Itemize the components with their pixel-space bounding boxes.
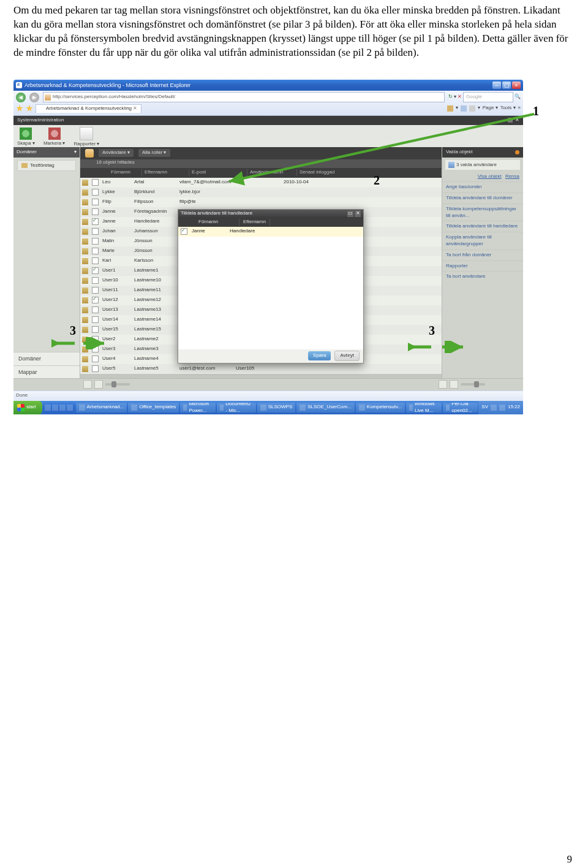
- dialog-row[interactable]: Janne Handledare: [178, 227, 363, 237]
- dialog-checkbox[interactable]: [181, 228, 187, 235]
- action-link[interactable]: Tilldela användare till handledare: [442, 221, 523, 232]
- row-checkbox[interactable]: [92, 208, 99, 215]
- row-checkbox[interactable]: [92, 287, 99, 294]
- svg-line-0: [229, 114, 534, 181]
- row-checkbox[interactable]: [92, 228, 99, 235]
- start-button[interactable]: start: [13, 401, 42, 414]
- arrow-1: [223, 89, 541, 188]
- browser-tab[interactable]: Arbetsmarknad & Kompetensutveckling ✕: [36, 104, 141, 113]
- paragraph: Om du med pekaren tar tag mellan stora v…: [13, 4, 575, 60]
- maximize-button[interactable]: ▢: [502, 82, 511, 89]
- action-link[interactable]: Tilldela användare till domäner: [442, 192, 523, 204]
- close-button[interactable]: ×: [512, 82, 521, 89]
- remove-button[interactable]: Markera ▾: [43, 128, 66, 147]
- user-icon: [82, 268, 88, 274]
- taskbar-item[interactable]: Arbetsmarknad...: [76, 403, 127, 413]
- minimize-button[interactable]: –: [492, 82, 501, 89]
- row-checkbox[interactable]: [92, 306, 99, 313]
- taskbar-item[interactable]: SLSOE_UserCom...: [296, 403, 355, 413]
- cell-fn: User10: [100, 277, 132, 284]
- cancel-button[interactable]: Avbryt: [334, 351, 360, 361]
- user-icon: [82, 258, 88, 264]
- row-checkbox[interactable]: [92, 199, 99, 205]
- ql-icon[interactable]: [52, 405, 58, 411]
- tab-icon: [40, 106, 45, 111]
- taskbar-item[interactable]: Document2 - Mic...: [217, 403, 256, 413]
- ql-icon[interactable]: [59, 405, 66, 411]
- back-button[interactable]: ◄: [16, 93, 26, 102]
- row-checkbox[interactable]: [92, 277, 99, 284]
- row-checkbox[interactable]: [92, 189, 99, 196]
- dialog-close-icon[interactable]: ✕: [355, 211, 361, 217]
- zoom-slider-center[interactable]: [105, 383, 130, 386]
- taskbar-item[interactable]: Office_templates: [128, 403, 179, 413]
- action-link[interactable]: Rapporter: [442, 261, 523, 272]
- taskbar-item[interactable]: SLSOWPS: [257, 403, 296, 413]
- row-checkbox[interactable]: [92, 267, 99, 274]
- table-row[interactable]: FilipFilipssonfilip@te: [80, 197, 442, 207]
- action-link[interactable]: Ta bort användare: [442, 271, 523, 282]
- row-checkbox[interactable]: [92, 365, 99, 372]
- cell-fn: User12: [100, 297, 132, 303]
- cell-en: Lastname2: [132, 336, 178, 343]
- grid-icon[interactable]: [83, 380, 92, 389]
- action-link[interactable]: Ta bort från domäner: [442, 249, 523, 261]
- cell-en: Handledare: [132, 218, 178, 225]
- grid-icon-2[interactable]: [94, 380, 103, 389]
- taskbar-item[interactable]: Microsoft Power...: [180, 403, 215, 413]
- table-row[interactable]: User5Lastname5user1@test.comUser105: [80, 364, 442, 374]
- cell-fn: Lykke: [100, 189, 132, 196]
- cell-en: Lastname10: [132, 277, 178, 284]
- roles-dropdown[interactable]: Alla roller ▾: [138, 149, 170, 157]
- taskbar-item[interactable]: Windows Live M...: [406, 403, 442, 413]
- task-label: SLSOE_UserCom...: [307, 404, 352, 411]
- lang-indicator[interactable]: SV: [481, 404, 488, 411]
- row-checkbox[interactable]: [92, 248, 99, 254]
- dialog-restore-icon[interactable]: ▭: [347, 211, 353, 217]
- sidebar-folders-button[interactable]: Mappar: [13, 365, 80, 378]
- taskbar-item[interactable]: Per-Ola open02...: [443, 403, 478, 413]
- row-checkbox[interactable]: [92, 179, 99, 186]
- grid-icon-r[interactable]: [439, 380, 447, 389]
- row-checkbox[interactable]: [92, 316, 99, 323]
- favorites-icon[interactable]: [16, 105, 23, 112]
- row-checkbox[interactable]: [92, 238, 99, 245]
- grid-icon-r2[interactable]: [450, 380, 458, 389]
- save-button[interactable]: Spara: [308, 351, 331, 360]
- table-row[interactable]: LykkeBjörklundlykke.bjor: [80, 188, 442, 197]
- col-fornamn[interactable]: Förnamn: [108, 169, 142, 176]
- label-3a: 3: [70, 324, 76, 338]
- tray-icon[interactable]: [491, 405, 497, 411]
- action-link[interactable]: Tilldela kompetensuppsättningar till anv…: [442, 204, 523, 221]
- report-icon: [80, 127, 93, 140]
- row-checkbox[interactable]: [92, 356, 99, 362]
- create-button[interactable]: Skapa ▾: [17, 128, 35, 147]
- taskbar-item[interactable]: Kompetensutv...: [356, 403, 405, 413]
- sidebar-header[interactable]: Domäner▾: [13, 147, 80, 158]
- user-icon: [82, 317, 88, 323]
- ql-icon[interactable]: [67, 405, 73, 411]
- cell-fn: User13: [100, 306, 132, 313]
- sidebar-domains-button[interactable]: Domäner: [13, 352, 80, 365]
- arrow-3a-left: [51, 337, 76, 349]
- zoom-slider-right[interactable]: [461, 383, 485, 386]
- assign-dialog: Tilldela användare till handledare ▭ ✕ F…: [178, 209, 364, 364]
- sidebar-item-company[interactable]: Testföretag: [17, 160, 76, 172]
- col-efternamn[interactable]: Efternamn: [142, 169, 189, 176]
- row-checkbox[interactable]: [92, 218, 99, 225]
- ql-icon[interactable]: [45, 405, 51, 411]
- row-checkbox[interactable]: [92, 257, 99, 264]
- forward-button[interactable]: ►: [29, 93, 39, 102]
- row-checkbox[interactable]: [92, 297, 99, 303]
- tab-close-icon[interactable]: ✕: [133, 105, 137, 112]
- cell-fn: Janne: [100, 208, 132, 215]
- cell-en: Björklund: [132, 189, 178, 196]
- action-link[interactable]: Koppla användare till användargrupper: [442, 232, 523, 249]
- row-checkbox[interactable]: [92, 326, 99, 333]
- users-dropdown[interactable]: Användare ▾: [99, 149, 134, 157]
- tray-icon[interactable]: [499, 405, 505, 411]
- add-favorite-icon[interactable]: [26, 105, 33, 112]
- folder-icon: [21, 163, 28, 168]
- start-label: start: [26, 404, 36, 411]
- reports-button[interactable]: Rapporter ▾: [74, 127, 99, 148]
